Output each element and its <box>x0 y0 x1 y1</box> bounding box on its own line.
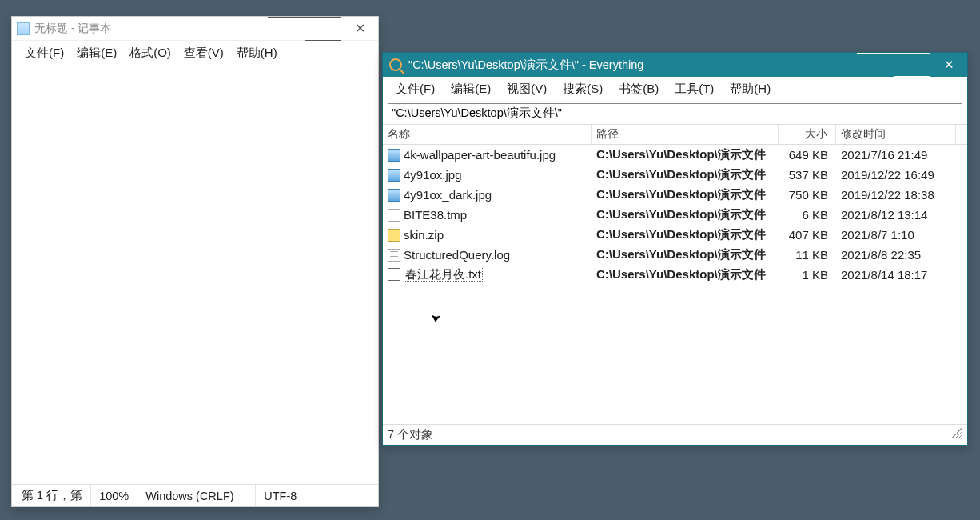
file-type-icon <box>388 209 400 222</box>
table-row[interactable]: StructuredQuery.logC:\Users\Yu\Desktop\演… <box>383 245 967 265</box>
file-date: 2021/8/8 22:35 <box>836 248 956 262</box>
file-size: 11 KB <box>779 248 836 262</box>
window-controls: ✕ <box>268 17 378 41</box>
file-name: 4y91ox.jpg <box>404 168 462 182</box>
file-date: 2019/12/22 16:49 <box>836 168 956 182</box>
menu-item[interactable]: 工具(T) <box>667 80 722 98</box>
menu-item[interactable]: 帮助(H) <box>722 80 779 98</box>
table-row[interactable]: 4y91ox.jpgC:\Users\Yu\Desktop\演示文件537 KB… <box>383 165 967 185</box>
notepad-statusbar: 第 1 行，第 100% Windows (CRLF) UTF-8 <box>12 484 378 506</box>
table-row[interactable]: BITE38.tmpC:\Users\Yu\Desktop\演示文件6 KB20… <box>383 205 967 225</box>
search-input[interactable] <box>388 103 962 122</box>
minimize-button[interactable] <box>857 53 894 77</box>
menu-item[interactable]: 文件(F) <box>388 80 443 98</box>
file-type-icon <box>388 189 400 202</box>
table-row[interactable]: 春江花月夜.txtC:\Users\Yu\Desktop\演示文件1 KB202… <box>383 265 967 285</box>
menu-item[interactable]: 视图(V) <box>499 80 555 98</box>
file-type-icon <box>388 149 400 162</box>
file-size: 1 KB <box>779 268 836 282</box>
menu-item[interactable]: 搜索(S) <box>555 80 611 98</box>
status-eol: Windows (CRLF) <box>137 485 255 506</box>
file-size: 6 KB <box>779 208 836 222</box>
file-path: C:\Users\Yu\Desktop\演示文件 <box>592 187 779 202</box>
header-path[interactable]: 路径 <box>592 125 779 144</box>
header-size[interactable]: 大小 <box>779 125 836 144</box>
menu-item[interactable]: 查看(V) <box>177 44 230 62</box>
file-date: 2021/8/14 18:17 <box>836 268 956 282</box>
file-date: 2021/8/12 13:14 <box>836 208 956 222</box>
resize-grip-icon[interactable] <box>951 427 962 438</box>
file-type-icon <box>388 249 400 262</box>
search-bar <box>388 103 962 122</box>
file-size: 649 KB <box>779 148 836 162</box>
header-name[interactable]: 名称 <box>383 125 592 144</box>
notepad-titlebar[interactable]: 无标题 - 记事本 ✕ <box>12 17 378 41</box>
notepad-title: 无标题 - 记事本 <box>34 22 111 36</box>
header-date[interactable]: 修改时间 <box>836 125 956 144</box>
file-name: 4y91ox_dark.jpg <box>404 188 492 202</box>
file-type-icon <box>388 268 400 281</box>
minimize-button[interactable] <box>268 17 305 41</box>
file-path: C:\Users\Yu\Desktop\演示文件 <box>592 227 779 242</box>
menu-item[interactable]: 格式(O) <box>123 44 177 62</box>
close-button[interactable]: ✕ <box>341 17 378 41</box>
file-name: BITE38.tmp <box>404 208 467 222</box>
file-path: C:\Users\Yu\Desktop\演示文件 <box>592 207 779 222</box>
menu-item[interactable]: 编辑(E) <box>443 80 499 98</box>
column-headers: 名称 路径 大小 修改时间 <box>383 124 967 145</box>
table-row[interactable]: 4y91ox_dark.jpgC:\Users\Yu\Desktop\演示文件7… <box>383 185 967 205</box>
window-controls: ✕ <box>857 53 967 77</box>
file-name: 4k-wallpaper-art-beautifu.jpg <box>404 148 556 162</box>
file-name: StructuredQuery.log <box>404 248 510 262</box>
file-date: 2021/8/7 1:10 <box>836 228 956 242</box>
status-encoding: UTF-8 <box>255 485 305 506</box>
file-size: 750 KB <box>779 188 836 202</box>
notepad-icon <box>17 22 30 35</box>
file-name: skin.zip <box>404 228 444 242</box>
file-path: C:\Users\Yu\Desktop\演示文件 <box>592 267 779 282</box>
file-name: 春江花月夜.txt <box>404 267 483 282</box>
results-list: 4k-wallpaper-art-beautifu.jpgC:\Users\Yu… <box>383 145 967 424</box>
menu-item[interactable]: 编辑(E) <box>70 44 123 62</box>
file-date: 2021/7/16 21:49 <box>836 148 956 162</box>
status-position: 第 1 行，第 <box>12 485 90 506</box>
menu-item[interactable]: 文件(F) <box>18 44 70 62</box>
close-button[interactable]: ✕ <box>930 53 967 77</box>
menu-item[interactable]: 帮助(H) <box>230 44 284 62</box>
status-zoom: 100% <box>90 485 137 506</box>
file-type-icon <box>388 169 400 182</box>
file-size: 537 KB <box>779 168 836 182</box>
file-path: C:\Users\Yu\Desktop\演示文件 <box>592 247 779 262</box>
notepad-textarea[interactable] <box>12 66 378 484</box>
file-path: C:\Users\Yu\Desktop\演示文件 <box>592 167 779 182</box>
notepad-menu: 文件(F)编辑(E)格式(O)查看(V)帮助(H) <box>12 41 378 66</box>
file-size: 407 KB <box>779 228 836 242</box>
everything-window: "C:\Users\Yu\Desktop\演示文件\" - Everything… <box>382 52 968 446</box>
everything-statusbar: 7 个对象 <box>383 424 967 445</box>
table-row[interactable]: 4k-wallpaper-art-beautifu.jpgC:\Users\Yu… <box>383 145 967 165</box>
search-icon <box>389 58 402 71</box>
notepad-window: 无标题 - 记事本 ✕ 文件(F)编辑(E)格式(O)查看(V)帮助(H) 第 … <box>11 16 379 507</box>
table-row[interactable]: skin.zipC:\Users\Yu\Desktop\演示文件407 KB20… <box>383 225 967 245</box>
file-path: C:\Users\Yu\Desktop\演示文件 <box>592 147 779 162</box>
everything-titlebar[interactable]: "C:\Users\Yu\Desktop\演示文件\" - Everything… <box>383 53 967 77</box>
maximize-button[interactable] <box>894 53 930 77</box>
status-count: 7 个对象 <box>388 427 433 442</box>
file-date: 2019/12/22 18:38 <box>836 188 956 202</box>
everything-menu: 文件(F)编辑(E)视图(V)搜索(S)书签(B)工具(T)帮助(H) <box>383 77 967 102</box>
everything-title: "C:\Users\Yu\Desktop\演示文件\" - Everything <box>408 58 643 73</box>
maximize-button[interactable] <box>305 17 341 41</box>
file-type-icon <box>388 229 400 242</box>
menu-item[interactable]: 书签(B) <box>611 80 667 98</box>
